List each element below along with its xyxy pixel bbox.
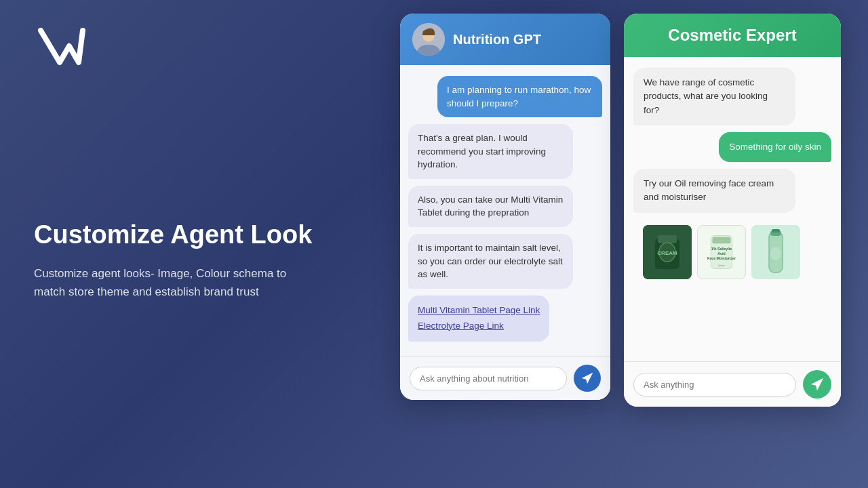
bot-message-1: That's a great plan. I would recommend y… (408, 124, 573, 179)
cosmetic-input-area (624, 361, 841, 407)
electrolyte-link[interactable]: Electrolyte Page Link (418, 319, 540, 334)
svg-rect-9 (712, 237, 730, 243)
avatar-image (412, 23, 445, 56)
logo-area (34, 20, 88, 77)
velaris-logo (34, 20, 88, 75)
nutrition-input[interactable] (410, 367, 567, 390)
cosmetic-bot-message-1: We have range of cosmetic products, what… (633, 68, 795, 125)
bot-message-2: Also, you can take our Multi Vitamin Tab… (408, 186, 573, 227)
cosmetic-chat-title: Cosmetic Expert (668, 26, 796, 45)
bot-message-links: Multi Vitamin Tablet Page Link Electroly… (408, 296, 549, 342)
svg-text:dime: dime (718, 264, 725, 267)
nutrition-input-area (400, 356, 610, 400)
product-images-row: CREAM 1% Salicylic Acid Face Moisturizer… (633, 220, 810, 285)
nutrition-chat-title: Nutrition GPT (453, 32, 541, 47)
svg-rect-4 (658, 235, 677, 243)
chat-windows-container: Nutrition GPT I am planning to run marat… (400, 14, 841, 407)
nutrition-messages-list: I am planning to run marathon, how shoul… (400, 65, 610, 356)
page-description: Customize agent looks- Image, Colour sch… (34, 264, 319, 301)
nutrition-chat-window: Nutrition GPT I am planning to run marat… (400, 14, 610, 400)
cosmetic-chat-window: Cosmetic Expert We have range of cosmeti… (624, 14, 841, 407)
nutrition-send-button[interactable] (574, 365, 601, 392)
cosmetic-send-icon (810, 377, 825, 392)
cosmetic-input[interactable] (633, 373, 796, 396)
bot-message-3: It is important to maintain salt level, … (408, 234, 573, 289)
svg-rect-17 (772, 229, 780, 232)
send-icon (580, 371, 594, 385)
cosmetic-user-message-1: Something for oily skin (719, 132, 831, 162)
product-image-2: 1% Salicylic Acid Face Moisturizer dime (697, 225, 746, 279)
cosmetic-chat-header: Cosmetic Expert (624, 14, 841, 57)
left-section: Customize Agent Look Customize agent loo… (34, 220, 319, 301)
product-image-3 (751, 225, 800, 279)
page-heading: Customize Agent Look (34, 220, 319, 251)
vitamin-link[interactable]: Multi Vitamin Tablet Page Link (418, 303, 540, 319)
svg-text:CREAM: CREAM (657, 250, 677, 256)
nutrition-chat-header: Nutrition GPT (400, 14, 610, 65)
user-message-1: I am planning to run marathon, how shoul… (437, 76, 602, 117)
cosmetic-messages-list: We have range of cosmetic products, what… (624, 57, 841, 361)
product-image-1: CREAM (643, 225, 692, 279)
cosmetic-bot-message-2: Try our Oil removing face cream and mois… (633, 169, 795, 213)
svg-point-18 (770, 247, 781, 260)
svg-text:1% Salicylic: 1% Salicylic (711, 247, 732, 251)
cosmetic-send-button[interactable] (803, 370, 831, 399)
svg-text:Face Moisturizer: Face Moisturizer (707, 256, 736, 260)
nutrition-avatar (412, 23, 445, 56)
svg-text:Acid: Acid (717, 251, 726, 255)
